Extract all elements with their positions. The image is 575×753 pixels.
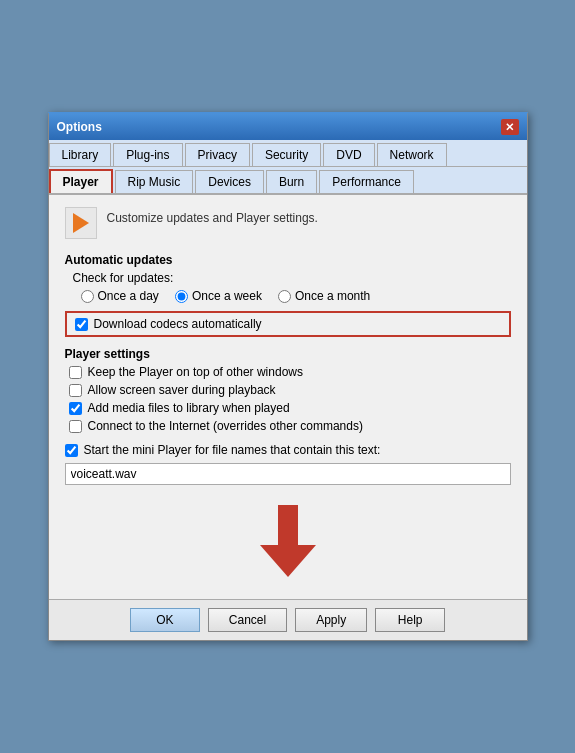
radio-once-a-month[interactable]: Once a month xyxy=(278,289,370,303)
content-area: Customize updates and Player settings. A… xyxy=(49,195,527,599)
tab-privacy[interactable]: Privacy xyxy=(185,143,250,166)
checkbox-connect-internet[interactable]: Connect to the Internet (overrides other… xyxy=(69,419,511,433)
radio-once-a-day-label: Once a day xyxy=(98,289,159,303)
close-button[interactable]: ✕ xyxy=(501,119,519,135)
bottom-bar: OK Cancel Apply Help xyxy=(49,599,527,640)
download-codecs-checkbox[interactable] xyxy=(75,318,88,331)
tab-devices[interactable]: Devices xyxy=(195,170,264,193)
title-bar: Options ✕ xyxy=(49,114,527,140)
allow-screensaver-input[interactable] xyxy=(69,384,82,397)
player-icon xyxy=(65,207,97,239)
connect-internet-label: Connect to the Internet (overrides other… xyxy=(88,419,363,433)
codecs-box: Download codecs automatically xyxy=(65,311,511,337)
add-media-input[interactable] xyxy=(69,402,82,415)
arrow-head xyxy=(260,545,316,577)
tabs-row2: Player Rip Music Devices Burn Performanc… xyxy=(49,167,527,195)
player-settings-section: Player settings Keep the Player on top o… xyxy=(65,347,511,433)
radio-once-a-month-label: Once a month xyxy=(295,289,370,303)
play-triangle-icon xyxy=(73,213,89,233)
ok-button[interactable]: OK xyxy=(130,608,200,632)
tab-dvd[interactable]: DVD xyxy=(323,143,374,166)
download-codecs-label[interactable]: Download codecs automatically xyxy=(94,317,262,331)
mini-player-section: Start the mini Player for file names tha… xyxy=(65,443,511,485)
radio-once-a-week-input[interactable] xyxy=(175,290,188,303)
checkbox-add-media[interactable]: Add media files to library when played xyxy=(69,401,511,415)
arrow-shaft xyxy=(278,505,298,545)
options-dialog: Options ✕ Library Plug-ins Privacy Secur… xyxy=(48,112,528,641)
check-for-updates-label: Check for updates: xyxy=(73,271,511,285)
keep-on-top-label: Keep the Player on top of other windows xyxy=(88,365,303,379)
mini-player-row: Start the mini Player for file names tha… xyxy=(65,443,511,457)
radio-once-a-week-label: Once a week xyxy=(192,289,262,303)
allow-screensaver-label: Allow screen saver during playback xyxy=(88,383,276,397)
add-media-label: Add media files to library when played xyxy=(88,401,290,415)
mini-player-label[interactable]: Start the mini Player for file names tha… xyxy=(84,443,381,457)
tab-security[interactable]: Security xyxy=(252,143,321,166)
mini-player-checkbox[interactable] xyxy=(65,444,78,457)
radio-once-a-day-input[interactable] xyxy=(81,290,94,303)
help-button[interactable]: Help xyxy=(375,608,445,632)
player-settings-title: Player settings xyxy=(65,347,511,361)
tab-burn[interactable]: Burn xyxy=(266,170,317,193)
cancel-button[interactable]: Cancel xyxy=(208,608,287,632)
keep-on-top-input[interactable] xyxy=(69,366,82,379)
automatic-updates-section: Automatic updates Check for updates: Onc… xyxy=(65,253,511,337)
checkbox-allow-screensaver[interactable]: Allow screen saver during playback xyxy=(69,383,511,397)
tab-plugins[interactable]: Plug-ins xyxy=(113,143,182,166)
header-description: Customize updates and Player settings. xyxy=(107,207,318,225)
connect-internet-input[interactable] xyxy=(69,420,82,433)
radio-once-a-day[interactable]: Once a day xyxy=(81,289,159,303)
tab-network[interactable]: Network xyxy=(377,143,447,166)
down-arrow-icon xyxy=(260,505,316,577)
dialog-title: Options xyxy=(57,120,102,134)
radio-group: Once a day Once a week Once a month xyxy=(81,289,511,303)
checkbox-keep-on-top[interactable]: Keep the Player on top of other windows xyxy=(69,365,511,379)
apply-button[interactable]: Apply xyxy=(295,608,367,632)
header-section: Customize updates and Player settings. xyxy=(65,207,511,239)
tab-rip-music[interactable]: Rip Music xyxy=(115,170,194,193)
radio-once-a-month-input[interactable] xyxy=(278,290,291,303)
arrow-container xyxy=(65,505,511,577)
tab-library[interactable]: Library xyxy=(49,143,112,166)
tabs-row1: Library Plug-ins Privacy Security DVD Ne… xyxy=(49,140,527,167)
radio-once-a-week[interactable]: Once a week xyxy=(175,289,262,303)
tab-performance[interactable]: Performance xyxy=(319,170,414,193)
mini-player-input[interactable] xyxy=(65,463,511,485)
automatic-updates-title: Automatic updates xyxy=(65,253,511,267)
tab-player[interactable]: Player xyxy=(49,169,113,193)
